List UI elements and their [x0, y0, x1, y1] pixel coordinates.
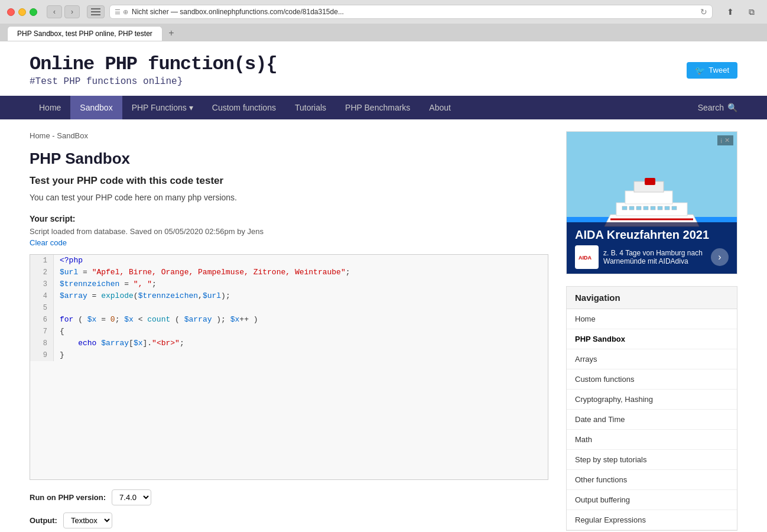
sidebar-item-tutorials[interactable]: Step by step tutorials: [567, 450, 737, 470]
url-text: Nicht sicher — sandbox.onlinephpfunction…: [132, 8, 344, 16]
sidebar-item-date-time[interactable]: Date and Time: [567, 410, 737, 430]
svg-text:AIDA: AIDA: [578, 255, 592, 261]
sidebar-button[interactable]: [87, 5, 105, 18]
code-line-3: 3 $trennzeichen = ", ";: [30, 278, 548, 290]
site-title: Online PHP function(s){: [30, 53, 277, 75]
nav-item-php-functions[interactable]: PHP Functions ▾: [122, 96, 203, 119]
svg-rect-14: [672, 206, 677, 210]
version-select[interactable]: 7.4.0: [112, 489, 151, 505]
clear-code-link[interactable]: Clear code: [30, 238, 548, 247]
nav-item-sandbox[interactable]: Sandbox: [70, 96, 122, 119]
code-editor[interactable]: 1 <?php 2 $url = "Apfel, Birne, Orange, …: [30, 254, 548, 480]
address-icons: ☰ ⊕: [115, 8, 128, 16]
nav-item-tutorials[interactable]: Tutorials: [285, 96, 336, 119]
search-label: Search: [698, 103, 724, 112]
nav-label-about: About: [429, 103, 451, 112]
traffic-lights: [7, 8, 37, 16]
new-tab-icon[interactable]: +: [165, 27, 178, 40]
code-line-7: 7 {: [30, 326, 548, 338]
titlebar: ‹ › ☰ ⊕ Nicht sicher — sandbox.onlinephp…: [0, 0, 767, 24]
code-line-8: 8 echo $array[$x]."<br>";: [30, 338, 548, 349]
tweet-label: Tweet: [708, 66, 729, 74]
svg-rect-2: [91, 14, 100, 15]
main-content: Home - SandBox PHP Sandbox Test your PHP…: [0, 119, 767, 532]
svg-rect-0: [91, 8, 100, 9]
ad-badge[interactable]: i ✕: [717, 135, 733, 145]
ad-logo: AIDA: [575, 245, 599, 269]
svg-rect-10: [644, 206, 648, 210]
tab-title: PHP Sandbox, test PHP online, PHP tester: [17, 30, 152, 38]
svg-rect-15: [645, 178, 655, 185]
sidebar-item-cryptography[interactable]: Cryptography, Hashing: [567, 390, 737, 410]
script-meta: Script loaded from database. Saved on 05…: [30, 227, 548, 236]
code-line-5: 5: [30, 302, 548, 314]
maximize-button[interactable]: [30, 8, 37, 16]
sidebar-item-output-buffering[interactable]: Output buffering: [567, 490, 737, 510]
browser-chrome: ‹ › ☰ ⊕ Nicht sicher — sandbox.onlinephp…: [0, 0, 767, 41]
sidebar-item-home[interactable]: Home: [567, 309, 737, 329]
ad-text: z. B. 4 Tage von Hamburg nach Warnemünde…: [603, 249, 706, 265]
nav-label-sandbox: Sandbox: [80, 103, 112, 112]
sidebar: i ✕ AIDA Kreuzfahrten 2021 AIDA: [566, 131, 737, 531]
forward-button[interactable]: ›: [64, 5, 80, 18]
ad-bottom: AIDA z. B. 4 Tage von Hamburg nach Warne…: [575, 245, 729, 269]
sidebar-item-custom-functions[interactable]: Custom functions: [567, 369, 737, 390]
sidebar-item-math[interactable]: Math: [567, 430, 737, 450]
svg-rect-12: [658, 206, 662, 210]
ad-block: i ✕ AIDA Kreuzfahrten 2021 AIDA: [566, 131, 737, 274]
back-button[interactable]: ‹: [47, 5, 62, 18]
sidebar-item-arrays[interactable]: Arrays: [567, 349, 737, 369]
page-description: You can test your PHP code here on many …: [30, 193, 548, 202]
output-select[interactable]: Textbox: [63, 512, 112, 528]
nav-item-custom-functions[interactable]: Custom functions: [203, 96, 285, 119]
site-subtitle: #Test PHP functions online}: [30, 76, 277, 87]
dropdown-arrow-icon: ▾: [189, 103, 193, 112]
nav-label-php-benchmarks: PHP Benchmarks: [345, 103, 410, 112]
code-line-9: 9 }: [30, 349, 548, 361]
active-tab[interactable]: PHP Sandbox, test PHP online, PHP tester: [7, 26, 162, 41]
ad-arrow[interactable]: ›: [711, 248, 729, 266]
breadcrumb-current: SandBox: [57, 131, 88, 140]
minimize-button[interactable]: [18, 8, 26, 16]
nav-label-tutorials: Tutorials: [295, 103, 326, 112]
breadcrumb-home[interactable]: Home: [30, 131, 50, 140]
your-script-label: Your script:: [30, 214, 548, 223]
nav-sidebar: Navigation Home PHP Sandbox Arrays Custo…: [566, 286, 737, 531]
nav-item-about[interactable]: About: [420, 96, 460, 119]
code-line-1: 1 <?php: [30, 255, 548, 267]
svg-rect-1: [91, 11, 100, 12]
site-title-block: Online PHP function(s){ #Test PHP functi…: [30, 53, 277, 87]
reader-icon: ☰: [115, 8, 121, 16]
close-button[interactable]: [7, 8, 15, 16]
nav-item-home[interactable]: Home: [30, 96, 70, 119]
run-section: Run on PHP version: 7.4.0: [30, 489, 548, 505]
navigation-bar: Home Sandbox PHP Functions ▾ Custom func…: [0, 96, 767, 119]
svg-rect-9: [636, 206, 641, 210]
svg-rect-5: [625, 191, 672, 204]
code-line-4: 4 $array = explode($trennzeichen,$url);: [30, 290, 548, 302]
sidebar-item-php-sandbox[interactable]: PHP Sandbox: [567, 329, 737, 349]
svg-rect-7: [622, 206, 627, 210]
search-icon[interactable]: 🔍: [727, 103, 737, 112]
nav-search[interactable]: Search 🔍: [698, 103, 737, 112]
address-bar[interactable]: ☰ ⊕ Nicht sicher — sandbox.onlinephpfunc…: [109, 5, 713, 19]
tweet-button[interactable]: 🐦 Tweet: [687, 62, 737, 79]
new-tab-button[interactable]: ⧉: [743, 5, 760, 18]
svg-rect-11: [651, 206, 655, 210]
output-section: Output: Textbox: [30, 512, 548, 528]
run-label: Run on PHP version:: [30, 493, 106, 502]
reload-icon[interactable]: ↻: [700, 7, 707, 17]
code-line-2: 2 $url = "Apfel, Birne, Orange, Pampelmu…: [30, 267, 548, 278]
ad-overlay: AIDA Kreuzfahrten 2021 AIDA z. B. 4 Tage…: [567, 222, 737, 274]
nav-label-custom-functions: Custom functions: [212, 103, 276, 112]
output-label: Output:: [30, 516, 57, 525]
nav-item-php-benchmarks[interactable]: PHP Benchmarks: [336, 96, 420, 119]
nav-buttons: ‹ ›: [47, 5, 80, 18]
breadcrumb-separator: -: [50, 131, 57, 140]
sidebar-item-regular-expressions[interactable]: Regular Expressions: [567, 510, 737, 530]
content-area: Home - SandBox PHP Sandbox Test your PHP…: [30, 131, 548, 531]
share-button[interactable]: ⬆: [722, 5, 739, 18]
site-header: Online PHP function(s){ #Test PHP functi…: [0, 41, 767, 96]
page-wrapper: Online PHP function(s){ #Test PHP functi…: [0, 41, 767, 532]
sidebar-item-other-functions[interactable]: Other functions: [567, 470, 737, 490]
